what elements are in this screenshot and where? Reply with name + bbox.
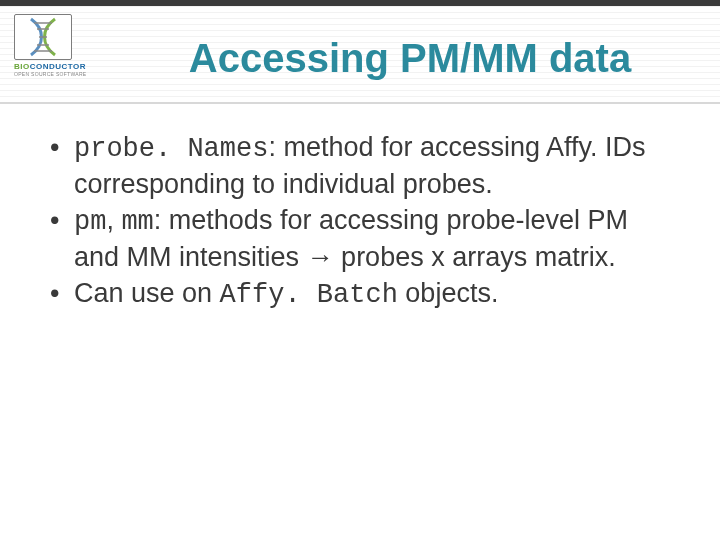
logo-name-part2: CONDUCTOR: [30, 62, 86, 71]
bullet-1: probe. Names: method for accessing Affy.…: [48, 130, 660, 201]
bullet-2-text-b: probes x arrays matrix.: [334, 242, 616, 272]
bullet-3: Can use on Affy. Batch objects.: [48, 276, 660, 313]
logo-name-part1: BIO: [14, 62, 30, 71]
bullet-2-code-mm: mm: [121, 207, 153, 237]
slide-title: Accessing PM/MM data: [140, 36, 680, 81]
logo-subtitle: OPEN SOURCE SOFTWARE: [14, 71, 92, 77]
bioconductor-logo: BIOCONDUCTOR OPEN SOURCE SOFTWARE: [14, 14, 92, 82]
bullet-3-text-b: objects.: [398, 278, 499, 308]
header-separator: [0, 102, 720, 104]
bullet-3-text-a: Can use on: [74, 278, 220, 308]
bullet-2-sep: ,: [106, 205, 121, 235]
logo-name: BIOCONDUCTOR: [14, 62, 92, 71]
bullet-list: probe. Names: method for accessing Affy.…: [48, 130, 660, 313]
right-arrow-icon: →: [307, 242, 334, 272]
dna-helix-icon: [25, 17, 61, 57]
bullet-2-code-pm: pm: [74, 207, 106, 237]
slide-body: probe. Names: method for accessing Affy.…: [48, 130, 660, 315]
bullet-2: pm, mm: methods for accessing probe-leve…: [48, 203, 660, 274]
bullet-3-code: Affy. Batch: [220, 280, 398, 310]
slide: BIOCONDUCTOR OPEN SOURCE SOFTWARE Access…: [0, 0, 720, 540]
bullet-1-code: probe. Names: [74, 134, 268, 164]
logo-box: [14, 14, 72, 60]
